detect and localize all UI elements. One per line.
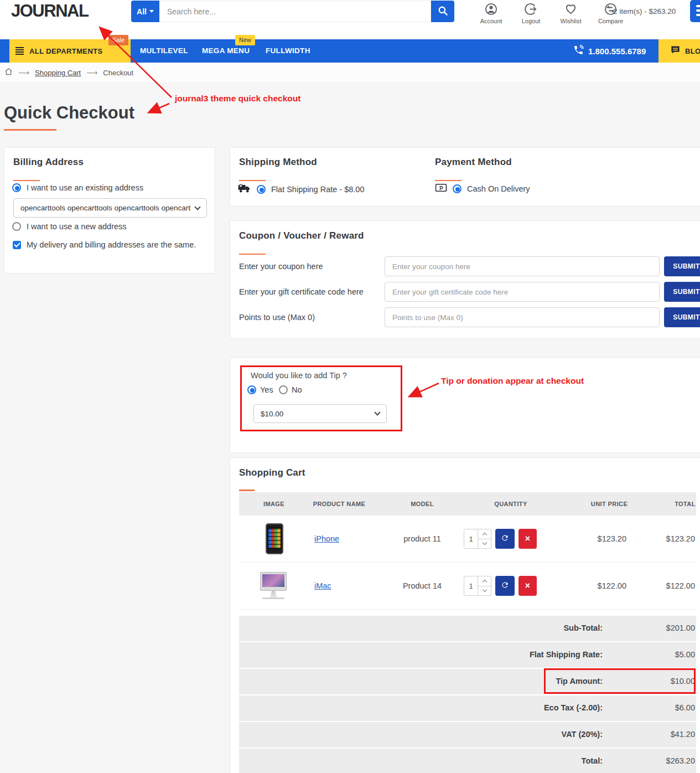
- home-icon[interactable]: [4, 68, 13, 78]
- search-button[interactable]: [431, 1, 454, 22]
- search-category-dropdown[interactable]: All: [131, 1, 159, 22]
- shipping-option-label: Flat Shipping Rate - $8.00: [271, 185, 364, 194]
- radio-flat-shipping[interactable]: [257, 185, 266, 194]
- heading-underline: [239, 254, 266, 255]
- search-category-label: All: [137, 7, 147, 16]
- wishlist-label: Wishlist: [561, 18, 582, 24]
- coupon-input[interactable]: [385, 256, 660, 276]
- breadcrumb-arrow: ⟶: [86, 68, 97, 77]
- phone-link[interactable]: 1.800.555.6789: [573, 39, 646, 63]
- tip-no-option[interactable]: No: [279, 385, 302, 394]
- search-input[interactable]: [159, 1, 431, 22]
- shipping-payment-card: Shipping Method Flat Shipping Rate - $8.…: [230, 147, 700, 207]
- blog-link[interactable]: BLOG: [658, 39, 700, 63]
- breadcrumb-shopping-cart[interactable]: Shopping Cart: [35, 69, 81, 77]
- coupon-submit-button[interactable]: SUBMIT: [664, 256, 700, 276]
- account-icon: [485, 3, 497, 17]
- title-underline: [4, 129, 56, 131]
- tip-card: Would you like to add Tip ? Yes No $10.0…: [230, 357, 700, 453]
- radio-tip-no[interactable]: [279, 385, 288, 394]
- col-total: TOTAL: [675, 492, 696, 516]
- payment-option[interactable]: Cash On Delivery: [435, 183, 530, 194]
- wishlist-link[interactable]: Wishlist: [556, 3, 586, 24]
- breadcrumb-arrow: ⟶: [18, 68, 29, 77]
- coupon-heading: Coupon / Voucher / Reward: [239, 230, 364, 241]
- points-input[interactable]: [385, 307, 660, 327]
- quantity-stepper: [478, 576, 491, 596]
- col-product-name: PRODUCT NAME: [313, 492, 366, 516]
- col-model: MODEL: [411, 492, 434, 516]
- imac-quantity-controls: ×: [464, 576, 537, 596]
- cart-summary[interactable]: 2 item(s) - $263.20: [613, 7, 676, 16]
- truck-icon: [238, 183, 251, 195]
- remove-item-button[interactable]: ×: [518, 529, 537, 549]
- chevron-down-icon: [194, 204, 200, 210]
- account-link[interactable]: Account: [476, 3, 506, 24]
- stepper-up-button[interactable]: [478, 576, 491, 586]
- radio-cash-on-delivery[interactable]: [453, 184, 462, 193]
- imac-product-image[interactable]: [257, 570, 290, 602]
- tip-amount-total-value: $10.00: [671, 677, 695, 686]
- iphone-total: $123.20: [666, 534, 695, 543]
- update-quantity-button[interactable]: [495, 529, 515, 549]
- quantity-input[interactable]: [464, 529, 478, 549]
- nav-fullwidth[interactable]: FULLWIDTH: [266, 39, 310, 63]
- billing-heading: Billing Address: [13, 157, 84, 168]
- new-badge: New: [235, 35, 255, 45]
- payment-option-label: Cash On Delivery: [467, 184, 530, 193]
- cart-row-imac: iMac Product 14 × $122.00 $122.00: [239, 563, 696, 610]
- tip-no-label: No: [292, 385, 302, 394]
- col-quantity: QUANTITY: [494, 492, 527, 516]
- cart-button[interactable]: [690, 0, 700, 22]
- vat-label: VAT (20%):: [562, 730, 603, 739]
- existing-address-option[interactable]: I want to use an existing address: [12, 183, 143, 192]
- imac-model: Product 14: [403, 581, 442, 590]
- journal-logo[interactable]: JOURNAL: [11, 1, 88, 21]
- update-quantity-button[interactable]: [495, 576, 515, 596]
- address-select[interactable]: opencarttools opencarttools opencarttool…: [13, 198, 207, 218]
- annotation-title-note: journal3 theme quick checkout: [175, 94, 300, 104]
- payment-heading: Payment Method: [435, 157, 512, 168]
- gift-certificate-input[interactable]: [385, 282, 660, 302]
- billing-address-card: Billing Address I want to use an existin…: [4, 147, 215, 274]
- search-bar: All: [131, 1, 454, 22]
- radio-existing-address[interactable]: [12, 183, 21, 192]
- stepper-down-button[interactable]: [478, 539, 491, 549]
- iphone-product-image[interactable]: [266, 523, 283, 554]
- total-row-subtotal: Sub-Total: $201.00: [239, 616, 696, 641]
- iphone-unit-price: $123.20: [598, 534, 626, 543]
- heading-underline: [239, 489, 255, 491]
- tip-question: Would you like to add Tip ?: [251, 371, 347, 380]
- imac-product-link[interactable]: iMac: [314, 581, 331, 590]
- quantity-input[interactable]: [464, 576, 478, 596]
- shipping-option[interactable]: Flat Shipping Rate - $8.00: [238, 183, 364, 195]
- tip-amount-select[interactable]: $10.00: [253, 404, 387, 423]
- quantity-stepper: [478, 529, 491, 549]
- page-title: Quick Checkout: [4, 103, 134, 123]
- remove-item-button[interactable]: ×: [518, 576, 537, 596]
- logout-link[interactable]: Logout: [516, 3, 546, 24]
- radio-tip-yes[interactable]: [247, 385, 256, 394]
- points-submit-button[interactable]: SUBMIT: [664, 307, 700, 327]
- all-departments-label: ALL DEPARTMENTS: [29, 47, 103, 55]
- same-address-checkbox[interactable]: [13, 241, 21, 249]
- cart-row-iphone: iPhone product 11 × $123.20 $123.20: [239, 516, 696, 563]
- stepper-down-button[interactable]: [478, 586, 491, 596]
- address-select-value: opencarttools opencarttools opencarttool…: [20, 204, 191, 212]
- heading-underline: [13, 180, 40, 181]
- header-quick-links: Account Logout Wishlist Compare: [476, 3, 626, 24]
- col-unit-price: UNIT PRICE: [591, 492, 628, 516]
- phone-number: 1.800.555.6789: [588, 47, 646, 56]
- nav-multilevel[interactable]: MULTILEVEL: [140, 39, 188, 63]
- iphone-product-link[interactable]: iPhone: [314, 534, 339, 543]
- tip-yes-option[interactable]: Yes: [247, 385, 273, 394]
- search-icon: [438, 6, 448, 18]
- breadcrumb-checkout: Checkout: [103, 69, 133, 77]
- radio-new-address[interactable]: [12, 222, 21, 231]
- blog-icon: [670, 45, 681, 57]
- new-address-option[interactable]: I want to use a new address: [12, 222, 127, 231]
- same-address-option[interactable]: My delivery and billing addresses are th…: [13, 238, 204, 251]
- stepper-up-button[interactable]: [478, 529, 491, 539]
- gift-certificate-submit-button[interactable]: SUBMIT: [664, 282, 700, 302]
- coupon-card: Coupon / Voucher / Reward Enter your cou…: [230, 220, 700, 339]
